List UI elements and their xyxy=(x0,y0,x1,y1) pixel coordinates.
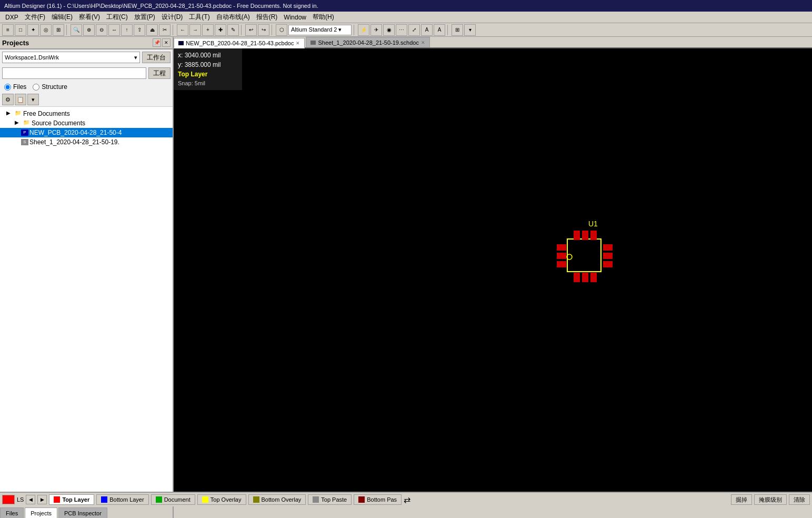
icon-btn-3[interactable]: ▾ xyxy=(27,94,39,105)
layer-nav-next[interactable]: ▶ xyxy=(37,495,47,504)
toolbar-btn-19[interactable]: ⬡ xyxy=(276,24,287,36)
separator-3 xyxy=(241,25,243,35)
toolbar-btn-22[interactable]: ◉ xyxy=(383,24,395,36)
workspace-dropdown[interactable]: Workspace1.DsnWrk ▾ xyxy=(2,52,140,63)
radio-structure[interactable]: Structure xyxy=(33,83,67,91)
toolbar-btn-13[interactable]: ✂ xyxy=(159,24,171,36)
toolbar-btn-14[interactable]: ← xyxy=(177,24,188,36)
toolbar-btn-10[interactable]: ↑ xyxy=(121,24,133,36)
toolbar-btn-11[interactable]: ⇧ xyxy=(134,24,145,36)
toolbar-btn-26[interactable]: A xyxy=(434,24,445,36)
toolbar-btn-25[interactable]: A xyxy=(421,24,433,36)
tree-free-documents[interactable]: ▶ 📁 Free Documents xyxy=(0,109,173,118)
workspace-arrow: ▾ xyxy=(134,54,137,61)
toolbar-btn-12[interactable]: ⏏ xyxy=(146,24,158,36)
bottom-tab-files[interactable]: Files xyxy=(0,507,24,518)
toolbar-btn-24[interactable]: ⤢ xyxy=(408,24,420,36)
toolbar-btn-8[interactable]: ⊖ xyxy=(96,24,107,36)
tab-sch-icon xyxy=(310,41,316,45)
status-btn-jue[interactable]: 掘掉 xyxy=(731,494,752,505)
top-layer-label: Top Layer xyxy=(62,496,89,503)
menu-help[interactable]: 帮助(H) xyxy=(309,12,337,23)
bottom-tab-inspector[interactable]: PCB Inspector xyxy=(58,507,107,518)
toolbar-btn-3[interactable]: ✦ xyxy=(27,24,39,36)
radio-files[interactable]: Files xyxy=(4,83,26,91)
toolbar-btn-more[interactable]: ▾ xyxy=(464,24,476,36)
menu-project[interactable]: 工程(C) xyxy=(103,12,131,23)
layer-bottom-paste[interactable]: Bottom Pas xyxy=(354,494,402,505)
menu-window[interactable]: Window xyxy=(280,13,309,22)
panel-title: Projects xyxy=(2,39,29,47)
toolbar-btn-7[interactable]: ⊕ xyxy=(83,24,95,36)
toolbar-btn-undo[interactable]: ↩ xyxy=(245,24,257,36)
tab-pcb-close[interactable]: ✕ xyxy=(296,41,300,46)
toolbar-btn-15[interactable]: → xyxy=(189,24,201,36)
toolbar-btn-16[interactable]: + xyxy=(202,24,214,36)
search-input[interactable] xyxy=(2,67,146,79)
bottom-tab-projects-label: Projects xyxy=(31,510,52,516)
tab-pcb[interactable]: NEW_PCB_2020-04-28_21-50-43.pcbdoc ✕ xyxy=(174,38,305,48)
menu-edit[interactable]: 编辑(E) xyxy=(48,12,76,23)
bottom-tab-projects[interactable]: Projects xyxy=(25,507,57,518)
menu-tools[interactable]: 工具(T) xyxy=(186,12,213,23)
toolbar-btn-21[interactable]: ✈ xyxy=(370,24,382,36)
menu-autoroute[interactable]: 自动布线(A) xyxy=(213,12,253,23)
toolbar-btn-23[interactable]: ⋯ xyxy=(396,24,407,36)
tab-sch-close[interactable]: ✕ xyxy=(421,40,425,45)
top-paste-label: Top Paste xyxy=(321,496,347,503)
panel-pin-btn[interactable]: 📌 xyxy=(153,38,161,47)
tree-pcb-file[interactable]: P NEW_PCB_2020-04-28_21-50-4 xyxy=(0,128,173,137)
tree-sch-file-label: Sheet_1_2020-04-28_21-50-19. xyxy=(29,138,119,146)
layer-top-overlay[interactable]: Top Overlay xyxy=(197,494,246,505)
icon-btn-2[interactable]: 📋 xyxy=(15,94,26,105)
pcb-canvas-area[interactable]: U1 x: 3040.000 mil y: 3885.000 mil Top L… xyxy=(174,48,812,492)
tree-source-documents[interactable]: ▶ 📁 Source Documents xyxy=(0,118,173,128)
status-btn-clear[interactable]: 清除 xyxy=(789,494,810,505)
menu-file[interactable]: 文件(F) xyxy=(22,12,48,23)
toolbar-btn-2[interactable]: □ xyxy=(15,24,26,36)
toolbar-btn-1[interactable]: ≡ xyxy=(2,24,14,36)
left-bottom-tabs: Files Projects PCB Inspector xyxy=(0,506,174,518)
toolbar-btn-5[interactable]: ⊞ xyxy=(53,24,64,36)
layer-top[interactable]: Top Layer xyxy=(49,494,94,505)
menu-report[interactable]: 报告(R) xyxy=(253,12,281,23)
layer-document[interactable]: Document xyxy=(151,494,195,505)
icon-btn-1[interactable]: ⚙ xyxy=(2,94,14,105)
svg-rect-0 xyxy=(567,239,601,272)
menu-design[interactable]: 设计(D) xyxy=(158,12,186,23)
project-button[interactable]: 工程 xyxy=(148,67,171,79)
separator-2 xyxy=(173,25,175,35)
search-row: 工程 xyxy=(0,65,173,81)
workspace-label: Workspace1.DsnWrk xyxy=(5,54,59,61)
panel-close-btn[interactable]: ✕ xyxy=(162,38,171,47)
menu-place[interactable]: 放置(P) xyxy=(131,12,158,23)
tab-sch[interactable]: Sheet_1_2020-04-28_21-50-19.schdoc ✕ xyxy=(306,37,429,47)
toolbar-btn-redo[interactable]: ↪ xyxy=(258,24,269,36)
tree-sch-file[interactable]: S Sheet_1_2020-04-28_21-50-19. xyxy=(0,137,173,147)
menu-view[interactable]: 察看(V) xyxy=(76,12,103,23)
layer-color-indicator[interactable] xyxy=(2,495,15,504)
toolbar-btn-20[interactable]: ⚡ xyxy=(358,24,369,36)
status-btn-mask[interactable]: 掩膜级别 xyxy=(754,494,787,505)
bottom-area: Files Projects PCB Inspector xyxy=(0,506,812,518)
menu-dxp[interactable]: DXP xyxy=(2,13,22,22)
standard-toolbar-label: Altium Standard 2 ▾ xyxy=(291,26,342,33)
toolbar-btn-18[interactable]: ✎ xyxy=(227,24,239,36)
layer-bottom-overlay[interactable]: Bottom Overlay xyxy=(248,494,306,505)
toolbar-btn-4[interactable]: ◎ xyxy=(40,24,52,36)
layer-nav-prev[interactable]: ◀ xyxy=(26,495,35,504)
toolbar-btn-9[interactable]: ↔ xyxy=(108,24,120,36)
toolbar-btn-17[interactable]: ✚ xyxy=(215,24,226,36)
layer-bottom[interactable]: Bottom Layer xyxy=(96,494,148,505)
workspace-button[interactable]: 工作台 xyxy=(142,52,171,63)
toolbar-btn-grid[interactable]: ⊞ xyxy=(452,24,463,36)
toolbar-btn-6[interactable]: 🔍 xyxy=(71,24,82,36)
separator-5 xyxy=(354,25,356,35)
tab-sch-label: Sheet_1_2020-04-28_21-50-19.schdoc xyxy=(318,39,418,46)
standard-toolbar-dropdown[interactable]: Altium Standard 2 ▾ xyxy=(288,25,352,35)
status-bar: LS ◀ ▶ Top Layer Bottom Layer Document T… xyxy=(0,492,812,506)
svg-rect-3 xyxy=(582,231,588,240)
layer-top-paste[interactable]: Top Paste xyxy=(308,494,352,505)
workspace-selector: Workspace1.DsnWrk ▾ 工作台 xyxy=(0,49,173,65)
sch-file-icon: S xyxy=(21,139,28,145)
